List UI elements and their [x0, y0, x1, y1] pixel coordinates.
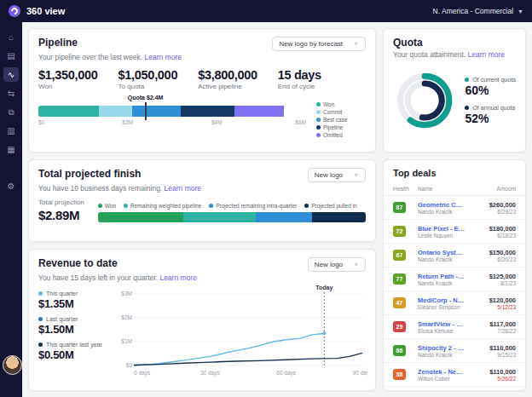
deal-row[interactable]: 67Ontario Systems...Nando Krajcik$150,00… [384, 244, 525, 268]
projected-filter-dropdown[interactable]: New logo ▼ [308, 168, 366, 182]
deal-name-link[interactable]: SmartView - Rene... [418, 320, 466, 328]
revenue-line-chart: $3M$2M$1M$0Today0 days30 days60 days90 d… [119, 285, 366, 383]
chevron-down-icon: ▼ [353, 172, 359, 178]
org-selector[interactable]: N. America - Commercial ▼ [433, 7, 523, 15]
deal-close-date: 9/15/23 [470, 352, 516, 358]
grid-icon[interactable]: ▦ [3, 142, 19, 157]
page-title: 360 view [26, 6, 65, 16]
pipeline-learn-more-link[interactable]: Learn more [144, 53, 181, 61]
stat-this-quarter: This quarter $1.35M [38, 291, 113, 310]
svg-text:$2M: $2M [121, 314, 132, 320]
quota-title: Quota [393, 37, 423, 49]
legend-dot [316, 133, 321, 137]
deal-name-cell: Geometric Corp...Nando Krajcik [418, 201, 466, 215]
projected-subtitle: You have 10 business days remaining. Lea… [38, 184, 366, 193]
projected-title: Total projected finish [38, 168, 141, 180]
axis-tick: $6M [295, 119, 306, 125]
deal-name-link[interactable]: Ontario Systems... [418, 249, 466, 256]
svg-text:0 days: 0 days [134, 370, 151, 377]
deal-amount-cell: $125,0008/1/23 [470, 273, 516, 286]
svg-text:$3M: $3M [121, 291, 132, 296]
deal-row[interactable]: 87Geometric Corp...Nando Krajcik$260,000… [384, 196, 525, 220]
svg-text:90 days: 90 days [353, 370, 367, 377]
column-header-name[interactable]: Name [418, 186, 466, 192]
health-score-badge: 38 [393, 369, 406, 380]
bar-segment-pipeline [181, 106, 234, 117]
legend-dot [38, 342, 43, 347]
legend-dot [124, 204, 128, 208]
settings-icon[interactable]: ⚙ [3, 179, 19, 193]
quota-learn-more-link[interactable]: Learn more [468, 50, 505, 59]
stat-end-of-cycle: 15 days End of cycle [278, 68, 321, 90]
pipeline-filter-value: New logo by forecast [279, 40, 343, 48]
deal-row[interactable]: 47MediCorp - New...Eleanor Simpson$120,0… [384, 291, 525, 315]
revenue-filter-dropdown[interactable]: New logo ▼ [308, 257, 366, 272]
pipeline-filter-dropdown[interactable]: New logo by forecast ▼ [272, 37, 366, 51]
home-icon[interactable]: ⌂ [3, 30, 19, 44]
bar-chart-icon[interactable]: ▥ [3, 124, 19, 138]
user-avatar[interactable] [3, 355, 22, 375]
pipeline-title: Pipeline [38, 37, 78, 49]
legend-item: Won [316, 101, 366, 107]
svg-text:Today: Today [315, 285, 332, 291]
deal-row[interactable]: 53Systemque - Expa...Nando Krajcik$100,0… [384, 387, 525, 390]
chevron-down-icon: ▼ [353, 262, 359, 268]
deal-name-cell: Zenotek - New LogoWilton Cober [418, 368, 466, 382]
deal-row[interactable]: 29SmartView - Rene...Eloisa Kerluke$117,… [384, 315, 525, 339]
chevron-down-icon: ▼ [518, 9, 523, 14]
bar-segment-won [98, 212, 183, 222]
stat-last-quarter: Last quarter $1.50M [38, 316, 113, 336]
health-score-badge: 29 [393, 321, 406, 332]
revenue-learn-more-link[interactable]: Learn more [159, 273, 196, 282]
deal-owner: Nando Krajcik [418, 256, 466, 262]
health-score-badge: 77 [393, 273, 406, 285]
deal-row[interactable]: 38Zenotek - New LogoWilton Cober$110,000… [384, 363, 525, 387]
deal-name-link[interactable]: Geometric Corp... [418, 201, 466, 209]
deal-name-link[interactable]: Shipocity 2 - Rene... [418, 344, 466, 352]
pipeline-x-axis: $0$2M$4M$6M [38, 119, 306, 128]
bar-segment-won [38, 106, 99, 117]
legend-dot [38, 291, 43, 296]
bar-segment-projected-remaining-intra-quarter [256, 212, 312, 222]
legend-dot [209, 204, 213, 208]
svg-text:60 days: 60 days [276, 370, 297, 377]
revenue-title: Revenue to date [38, 257, 118, 269]
quota-marker-line [145, 102, 147, 120]
revenue-stats: This quarter $1.35M Last quarter $1.50M [38, 285, 113, 383]
deal-name-link[interactable]: Blue Pixel - Expan... [418, 225, 466, 233]
projected-learn-more-link[interactable]: Learn more [165, 184, 201, 193]
deal-name-link[interactable]: Zenotek - New Logo [418, 368, 466, 376]
deal-row[interactable]: 86Shipocity 2 - Rene...Nando Krajcik$110… [384, 339, 525, 363]
pipeline-stacked-bar-chart: Quota $2.4M $0$2M$4M$6M [38, 95, 306, 138]
legend-item: Remaining weighted pipeline [124, 203, 201, 209]
deal-amount: $110,000 [470, 368, 516, 376]
legend-dot [316, 110, 321, 114]
column-header-health[interactable]: Health [393, 186, 413, 192]
deal-row[interactable]: 77Return Path - Rene...Nando Krajcik$125… [384, 268, 525, 291]
legend-label: Projected remaining intra-quarter [216, 203, 297, 209]
deal-amount: $120,000 [470, 296, 516, 304]
dashboard-icon[interactable]: ▤ [3, 49, 19, 63]
app-logo-icon[interactable] [9, 5, 20, 17]
top-deals-title: Top deals [384, 160, 525, 183]
column-header-amount[interactable]: Amount [470, 186, 516, 192]
deal-row[interactable]: 72Blue Pixel - Expan...Leslie Nguyen$180… [384, 220, 525, 244]
bar-segment-commit [99, 106, 132, 117]
deal-owner: Eleanor Simpson [418, 304, 466, 310]
copy-icon[interactable]: ⧉ [3, 105, 19, 119]
projected-legend: WonRemaining weighted pipelineProjected … [98, 203, 366, 209]
legend-item: Won [98, 203, 116, 209]
deal-owner: Eloisa Kerluke [418, 328, 466, 334]
deal-amount-cell: $110,0005/26/22 [470, 368, 516, 382]
legend-item: Pipeline [316, 124, 366, 130]
axis-tick: $0 [38, 119, 44, 125]
revenue-filter-value: New logo [315, 261, 343, 268]
deal-name-link[interactable]: MediCorp - New... [418, 296, 466, 304]
bar-segment-omitted [234, 106, 284, 117]
deal-name-link[interactable]: Return Path - Rene... [418, 273, 466, 280]
trend-icon[interactable]: ∿ [3, 67, 19, 82]
quota-card: Quota Your quota attainment. Learn more … [383, 28, 526, 152]
legend-dot [316, 102, 321, 106]
deal-amount: $117,000 [470, 320, 516, 328]
activity-icon[interactable]: ⇆ [3, 86, 19, 101]
